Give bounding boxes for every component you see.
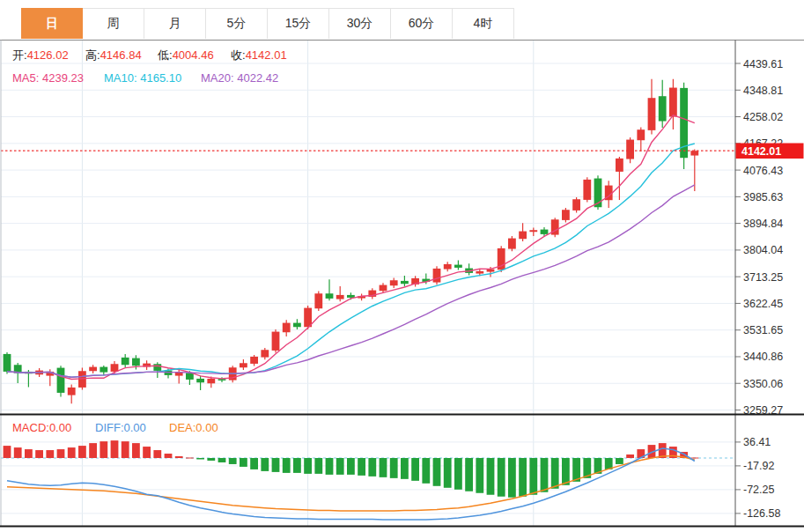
candle — [669, 88, 677, 117]
macd-bar — [336, 458, 344, 475]
macd-bar — [175, 456, 183, 458]
svg-text:-17.92: -17.92 — [743, 460, 774, 472]
candle — [690, 151, 698, 155]
macd-legend: MACD:0.00DIFF:0.00DEA:0.00 — [12, 421, 218, 434]
macd-bar — [551, 458, 559, 489]
candle — [326, 293, 334, 299]
svg-text:3713.25: 3713.25 — [743, 271, 783, 284]
tab-4hour[interactable]: 4时 — [453, 8, 514, 39]
candle — [250, 357, 258, 364]
macd-bar — [529, 458, 537, 495]
macd-bar — [368, 458, 376, 477]
candle — [122, 358, 129, 365]
macd-axis: 36.41-17.92-72.25-126.58 — [735, 436, 780, 520]
macd-bar — [304, 458, 312, 474]
candle — [304, 308, 312, 328]
macd-bar — [132, 443, 140, 458]
candle — [529, 230, 537, 232]
macd-bar — [57, 449, 65, 458]
tab-week[interactable]: 周 — [83, 8, 144, 39]
ma5-line — [7, 115, 695, 380]
svg-text:-72.25: -72.25 — [743, 484, 774, 496]
macd-bar — [100, 441, 107, 458]
candle — [659, 96, 667, 121]
macd-bar — [562, 458, 570, 485]
candle — [196, 379, 204, 382]
macd-bar — [380, 458, 387, 477]
candle — [293, 323, 301, 328]
macd-bar — [487, 458, 495, 495]
macd-bar — [14, 447, 22, 458]
macd-bar — [111, 440, 119, 458]
macd-bar — [78, 446, 86, 458]
candle — [100, 367, 107, 373]
svg-text:3440.86: 3440.86 — [743, 351, 783, 363]
candle — [240, 363, 247, 367]
macd-bar — [240, 458, 247, 467]
macd-bar — [153, 450, 161, 458]
candle — [111, 364, 119, 372]
macd-bar — [326, 458, 334, 475]
svg-text:3985.63: 3985.63 — [743, 191, 783, 203]
kline-chart[interactable]: 4439.614348.814258.024167.224076.433985.… — [0, 0, 804, 532]
candle — [261, 350, 269, 357]
svg-text:4439.61: 4439.61 — [743, 58, 783, 70]
candle — [626, 140, 634, 159]
macd-bar — [433, 458, 441, 486]
ma-legend: MA5: 4239.23MA10: 4165.10MA20: 4022.42 — [12, 71, 278, 85]
macd-bar — [207, 458, 215, 461]
tab-day[interactable]: 日 — [21, 8, 83, 39]
candle — [89, 367, 97, 372]
macd-bar — [293, 458, 301, 473]
macd-bar — [250, 458, 258, 469]
tab-month[interactable]: 月 — [144, 8, 206, 39]
candle — [541, 230, 549, 234]
macd-bar — [25, 449, 33, 458]
macd-bar — [272, 458, 280, 472]
tab-30min[interactable]: 30分 — [329, 8, 391, 39]
macd-bar — [541, 458, 549, 492]
candle — [454, 265, 462, 268]
macd-bar — [347, 458, 355, 475]
candle — [380, 285, 387, 292]
ohlc-legend: 开:4126.02高:4146.84低:4004.46收:4142.01 — [12, 48, 287, 62]
chart-bottom-border — [0, 526, 804, 528]
candle — [347, 295, 355, 298]
tab-5min[interactable]: 5分 — [206, 8, 268, 39]
candle — [57, 368, 65, 393]
svg-text:36.41: 36.41 — [743, 436, 771, 448]
candle — [508, 239, 516, 249]
macd-bar — [283, 458, 291, 473]
candle — [153, 364, 161, 371]
candle — [519, 232, 527, 240]
svg-text:3622.45: 3622.45 — [743, 298, 783, 310]
svg-text:4076.43: 4076.43 — [743, 165, 783, 177]
candle — [572, 199, 580, 211]
candle — [637, 129, 645, 140]
macd-bar — [358, 458, 365, 476]
candle — [616, 159, 623, 172]
candle — [401, 281, 409, 284]
candle — [314, 293, 322, 308]
macd-bar — [218, 458, 226, 462]
candlestick-series[interactable] — [4, 79, 699, 403]
candle — [562, 210, 570, 220]
candle — [648, 98, 656, 130]
macd-bar — [122, 441, 129, 458]
macd-bar — [4, 446, 11, 458]
tab-60min[interactable]: 60分 — [391, 8, 453, 39]
current-price-tag: 4142.01 — [736, 144, 804, 159]
candle — [132, 358, 140, 366]
svg-text:3531.65: 3531.65 — [743, 324, 783, 336]
macd-bar — [690, 458, 698, 459]
macd-bar — [498, 458, 505, 497]
candle — [272, 332, 280, 351]
macd-bar — [401, 458, 409, 479]
macd-bar — [196, 458, 204, 459]
tab-15min[interactable]: 15分 — [268, 8, 329, 39]
candle — [283, 323, 291, 333]
candle — [336, 295, 344, 299]
ma10-line — [7, 144, 695, 377]
macd-bar — [46, 450, 54, 458]
macd-bar — [68, 447, 76, 458]
